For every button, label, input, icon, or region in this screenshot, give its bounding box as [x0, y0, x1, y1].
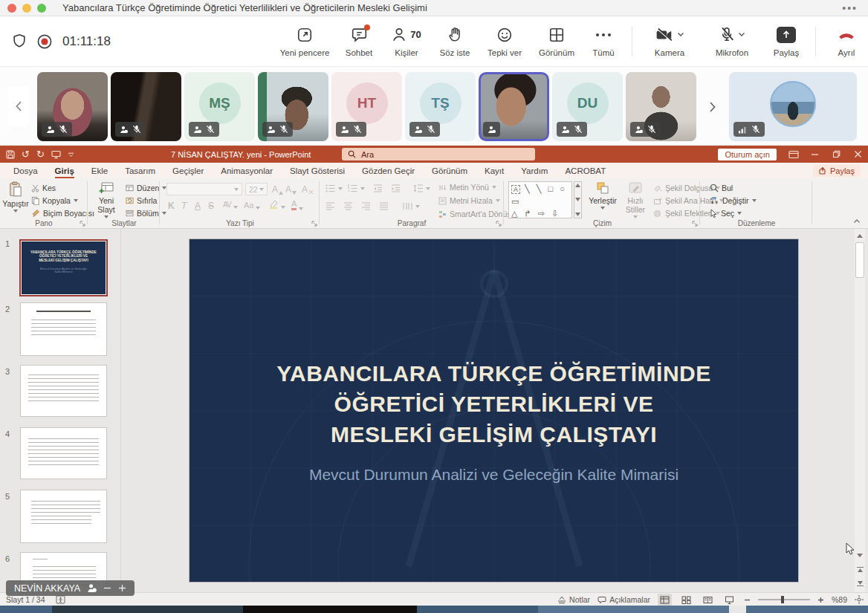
start-slideshow-icon[interactable]	[51, 150, 61, 159]
columns-button[interactable]	[403, 202, 420, 210]
participant-tile[interactable]: DU	[552, 72, 623, 141]
ppt-share-button[interactable]: Paylaş	[813, 164, 861, 177]
decrease-indent-button[interactable]	[373, 184, 383, 192]
undo-icon[interactable]: ↺	[22, 149, 30, 159]
camera-chevron-down-icon[interactable]	[677, 32, 684, 37]
security-shield-icon[interactable]	[12, 33, 27, 50]
customize-qat-icon[interactable]	[68, 152, 74, 157]
shapes-gallery[interactable]: A ╲ ╲ □ ○ ▭ △ ↱ ⇨ ⇩ ▱ ↝ ⌒ ∿ { } ☆	[508, 181, 572, 218]
slide-thumbnail-5[interactable]	[21, 490, 106, 542]
slideshow-view-button[interactable]	[722, 594, 736, 606]
leave-button[interactable]: Ayrıl	[823, 16, 868, 66]
textbox-shape-icon[interactable]: A	[511, 185, 520, 194]
minimize-window-button[interactable]	[22, 4, 31, 13]
font-name-combo[interactable]	[166, 183, 242, 195]
next-slide-button[interactable]	[855, 578, 865, 588]
zoom-out-button[interactable]	[744, 597, 751, 603]
tab-acrobat[interactable]: ACROBAT	[565, 163, 606, 178]
text-direction-button[interactable]: Metin Yönü	[438, 183, 496, 192]
people-button[interactable]: 70 Kişiler	[382, 16, 431, 66]
format-painter-button[interactable]: Biçim Boyacısı	[31, 209, 94, 218]
participant-tile[interactable]: MŞ	[184, 72, 255, 141]
clipboard-dialog-launcher[interactable]	[80, 221, 85, 227]
slide-subtitle[interactable]: Mevcut Durumun Analizi ve Geleceğin Kali…	[219, 466, 768, 484]
replace-button[interactable]: Değiştir	[710, 196, 757, 205]
active-speaker-tile[interactable]	[479, 72, 549, 141]
arrange-button[interactable]: Yerleştir	[586, 181, 619, 210]
comments-button[interactable]: Açıklamalar	[597, 595, 650, 604]
close-window-button[interactable]	[7, 4, 16, 13]
restore-icon[interactable]	[832, 150, 841, 158]
tab-yardim[interactable]: Yardım	[521, 163, 548, 178]
current-slide[interactable]: YABANCILARA TÜRKÇE ÖĞRETİMİNDE ÖĞRETİCİ …	[190, 239, 798, 582]
new-slide-button[interactable]: Yeni Slayt	[92, 181, 120, 218]
search-box[interactable]: Ara	[342, 148, 535, 160]
paste-dropdown-icon[interactable]	[13, 210, 18, 213]
presenter-info-icon[interactable]	[87, 583, 97, 593]
participant-tile[interactable]: TŞ	[405, 72, 476, 141]
arrange-dropdown-icon[interactable]	[600, 207, 605, 210]
align-right-button[interactable]	[361, 202, 371, 210]
line-spacing-button[interactable]	[413, 184, 430, 192]
self-view-tile[interactable]	[729, 72, 857, 141]
recording-indicator-icon[interactable]	[36, 33, 53, 50]
reset-button[interactable]: Sıfırla	[126, 196, 157, 205]
slide-thumbnail-1[interactable]: YABANCILARA TÜRKÇE ÖĞRETİMİNDE ÖĞRETİCİ …	[21, 241, 106, 295]
align-left-button[interactable]	[326, 202, 335, 210]
sign-in-button[interactable]: Oturum açın	[718, 149, 777, 160]
paragraph-dialog-launcher[interactable]	[496, 221, 502, 227]
redo-icon[interactable]: ↻	[36, 149, 45, 159]
participant-tile[interactable]	[111, 72, 181, 141]
scroll-down-icon[interactable]	[855, 550, 865, 560]
tab-animasyonlar[interactable]: Animasyonlar	[221, 163, 273, 178]
drawing-dialog-launcher[interactable]	[692, 221, 698, 227]
vertical-scrollbar[interactable]	[855, 229, 865, 592]
clear-formatting-button[interactable]: A	[302, 184, 314, 195]
character-spacing-button[interactable]: AV	[223, 201, 238, 209]
scrollbar-thumb[interactable]	[855, 242, 864, 278]
font-dialog-launcher[interactable]	[311, 221, 317, 227]
replace-dropdown-icon[interactable]	[752, 199, 757, 202]
new-slide-dropdown-icon[interactable]	[104, 215, 108, 218]
select-button[interactable]: Seç	[710, 209, 742, 218]
font-size-combo[interactable]: 22	[245, 183, 268, 195]
tab-gecisler[interactable]: Geçişler	[172, 163, 204, 178]
bold-button[interactable]: K	[168, 201, 175, 211]
slide-canvas[interactable]: YABANCILARA TÜRKÇE ÖĞRETİMİNDE ÖĞRETİCİ …	[122, 229, 852, 592]
close-icon[interactable]	[854, 150, 862, 158]
underline-button[interactable]: A	[195, 201, 201, 211]
shrink-font-button[interactable]: A	[285, 184, 297, 195]
camera-button[interactable]: Kamera	[640, 16, 699, 66]
shapes-gallery-scroll[interactable]	[574, 181, 582, 218]
participant-tile[interactable]	[37, 72, 108, 141]
slide-title[interactable]: YABANCILARA TÜRKÇE ÖĞRETİMİNDE ÖĞRETİCİ …	[219, 358, 768, 450]
tab-tasarim[interactable]: Tasarım	[125, 163, 155, 178]
slide-thumbnail-2[interactable]	[21, 303, 106, 355]
copy-button[interactable]: Kopyala	[31, 196, 78, 205]
slide-thumbnail-4[interactable]	[21, 428, 106, 479]
tab-gozden-gecir[interactable]: Gözden Geçir	[362, 163, 415, 178]
participant-tile[interactable]	[258, 72, 328, 141]
view-button[interactable]: Görünüm	[531, 16, 583, 66]
zoom-in-overlay-button[interactable]	[118, 584, 126, 592]
justify-button[interactable]	[379, 202, 389, 210]
share-screen-button[interactable]: Paylaş	[765, 16, 808, 66]
tab-ekle[interactable]: Ekle	[91, 163, 108, 178]
strikethrough-button[interactable]: S	[208, 201, 214, 211]
save-icon[interactable]	[6, 150, 15, 159]
previous-slide-button[interactable]	[855, 565, 865, 575]
participant-tile[interactable]: HT	[331, 72, 402, 141]
grow-font-button[interactable]: A	[272, 184, 283, 195]
slide-thumbnail-3[interactable]	[21, 366, 106, 416]
scroll-right-button[interactable]	[699, 72, 726, 141]
bullets-button[interactable]	[326, 184, 343, 192]
tab-giris[interactable]: Giriş	[55, 163, 74, 178]
reading-view-button[interactable]	[701, 594, 715, 606]
font-color-button[interactable]: A	[291, 199, 303, 210]
cut-button[interactable]: Kes	[31, 184, 56, 192]
tab-dosya[interactable]: Dosya	[13, 163, 38, 178]
align-center-button[interactable]	[343, 202, 353, 210]
microphone-button[interactable]: Mikrofon	[699, 16, 765, 66]
fit-to-window-button[interactable]	[855, 595, 864, 604]
increase-indent-button[interactable]	[391, 184, 401, 192]
